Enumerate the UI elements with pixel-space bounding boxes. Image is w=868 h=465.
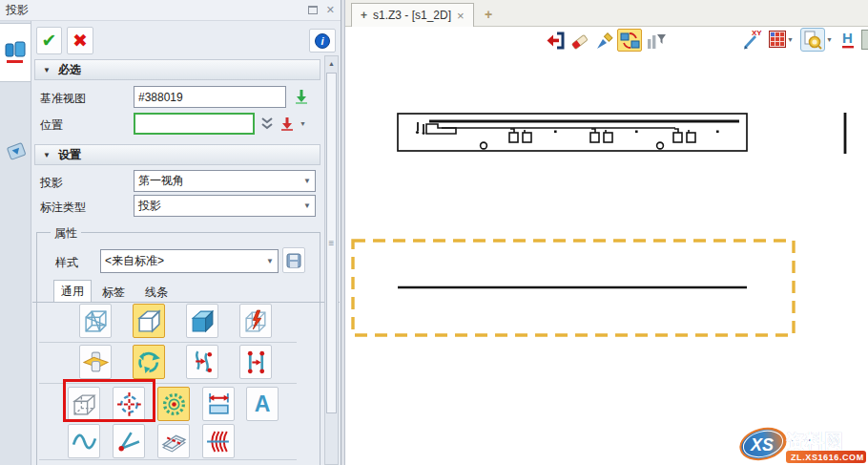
application-window: 投影 ✕ <box>0 0 868 465</box>
logo-xs-text: XS <box>750 435 774 454</box>
info-icon: i <box>315 33 330 49</box>
panel-tab-view-manager[interactable] <box>0 132 31 170</box>
rotate-view-button[interactable] <box>133 345 165 379</box>
cancel-button[interactable]: ✖ <box>67 27 93 54</box>
part-top-view <box>398 114 747 151</box>
lightning-cube-icon <box>243 308 269 334</box>
restore-icon[interactable] <box>308 6 318 14</box>
chevron-down-icon: ▼ <box>266 257 274 265</box>
tab-lines[interactable]: 线条 <box>145 285 168 301</box>
position-input[interactable] <box>134 113 255 135</box>
section-header-settings[interactable]: ▼ 设置 <box>34 144 320 165</box>
drawing-sheet <box>345 0 868 465</box>
tab-divider <box>32 302 340 303</box>
wavy-lines-arrows-icon <box>190 349 216 375</box>
curve-projection-button[interactable] <box>186 345 218 379</box>
hidden-line-display-button[interactable] <box>133 304 165 338</box>
spline-button[interactable] <box>68 424 100 458</box>
align-views-button[interactable] <box>239 345 272 379</box>
view-plane-icon <box>5 139 28 162</box>
drawing-canvas: + s1.Z3 - [s1_2D] × + <box>345 0 868 465</box>
wave-hatch-icon <box>206 429 232 454</box>
panel-title: 投影 <box>6 2 29 18</box>
projection-select[interactable]: 第一视角 ▼ <box>134 170 316 192</box>
close-icon[interactable]: ✕ <box>326 5 335 15</box>
projection-label: 投影 <box>40 175 63 191</box>
regen-views-button[interactable] <box>157 387 190 421</box>
wireframe-display-button[interactable] <box>79 304 112 338</box>
style-label: 样式 <box>55 255 78 271</box>
pick-green-arrow-icon[interactable] <box>292 87 311 107</box>
wireframe-cube-icon <box>83 308 109 334</box>
break-line-button[interactable] <box>202 424 235 458</box>
tab-label[interactable]: 标签 <box>102 285 125 301</box>
panel-titlebar: 投影 ✕ <box>0 0 341 21</box>
dimension-view-button[interactable] <box>202 387 235 421</box>
white-shaded-cube-icon <box>136 308 162 334</box>
text-annotation-button[interactable]: A <box>246 387 279 421</box>
circular-arrows-icon <box>136 349 162 375</box>
info-button[interactable]: i <box>309 29 336 53</box>
blue-shaded-cube-icon <box>190 308 216 334</box>
quick-view-button[interactable] <box>239 304 272 338</box>
section-line-button[interactable] <box>157 424 190 458</box>
tutorial-highlight-rectangle <box>63 379 155 422</box>
save-style-button[interactable] <box>282 247 305 273</box>
chevron-double-down-icon[interactable] <box>259 116 275 132</box>
projection-dialog-panel: 投影 ✕ <box>0 0 341 465</box>
cut-plate-icon <box>161 429 187 454</box>
properties-legend: 属性 <box>51 225 81 242</box>
watermark-site-url: ZL.XS1616.COM <box>791 453 864 462</box>
projection-views-icon <box>5 40 26 65</box>
collapse-icon: ▼ <box>43 151 51 159</box>
angle-button[interactable] <box>113 424 145 458</box>
position-label: 位置 <box>40 117 63 134</box>
angle-lines-icon <box>116 429 142 454</box>
panel-tab-projection[interactable] <box>0 23 31 82</box>
watermark-site-name: 资料网 <box>786 431 843 452</box>
chevron-down-icon: ▼ <box>303 201 311 210</box>
style-select[interactable]: <来自标准> ▼ <box>100 249 279 273</box>
chevron-down-icon: ▼ <box>303 177 311 185</box>
aligned-lines-icon <box>243 349 269 375</box>
collapse-icon: ▼ <box>43 66 51 74</box>
panel-scrollbar[interactable]: ▲ ≡ <box>324 55 339 465</box>
base-view-label: 基准视图 <box>40 91 86 107</box>
pick-red-arrow-icon[interactable] <box>279 115 297 134</box>
tab-general[interactable]: 通用 <box>53 280 92 303</box>
panel-side-tabstrip <box>0 21 31 465</box>
slab-cylinder-icon <box>83 349 109 375</box>
section-header-required[interactable]: ▼ 必选 <box>34 59 320 80</box>
ok-button[interactable]: ✔ <box>36 27 62 54</box>
scrollbar-thumb[interactable]: ≡ <box>326 73 337 413</box>
annotation-type-label: 标注类型 <box>40 200 86 216</box>
panel-content: ✔ ✖ i ▼ 必选 基准视图 位置 ▼ <box>31 21 341 465</box>
section-view-button[interactable] <box>79 345 112 379</box>
annotation-type-select[interactable]: 投影 ▼ <box>134 195 316 217</box>
base-view-input[interactable] <box>134 86 286 108</box>
x-icon: ✖ <box>72 30 88 52</box>
grid-separator <box>39 459 297 460</box>
shaded-display-button[interactable] <box>186 304 218 338</box>
watermark-logo: XS 资料网 ZL.XS1616.COM <box>738 423 868 465</box>
thumb-grip-icon: ≡ <box>329 238 335 248</box>
check-icon: ✔ <box>42 30 57 52</box>
width-dimension-icon <box>206 391 232 417</box>
pick-options-caret-icon[interactable]: ▼ <box>300 120 306 127</box>
floppy-disk-icon <box>286 253 301 268</box>
sine-wave-icon <box>72 429 97 454</box>
grid-separator <box>39 342 297 343</box>
letter-a-icon: A <box>255 391 271 417</box>
gear-icon <box>161 391 187 417</box>
scroll-up-icon[interactable]: ▲ <box>325 56 338 70</box>
